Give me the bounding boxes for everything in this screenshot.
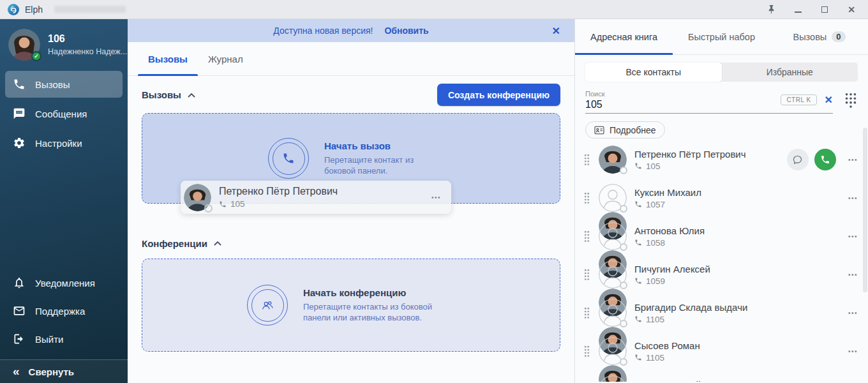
sidebar-item-support[interactable]: Поддержка (5, 298, 123, 324)
banner-close-icon[interactable]: ✕ (552, 19, 560, 42)
sidebar-item-settings[interactable]: Настройки (5, 130, 123, 156)
phone-icon (634, 239, 642, 246)
update-button[interactable]: Обновить (384, 26, 428, 36)
panel-tab[interactable]: Вызовы 0 (770, 19, 868, 54)
contact-row[interactable]: Петренко Пётр Петрович 105 (575, 140, 868, 179)
titlebar: Elph ✕ (0, 0, 868, 19)
avatar: ✓ (8, 29, 40, 61)
call-button[interactable] (814, 149, 836, 170)
main-tab[interactable]: Журнал (198, 42, 253, 75)
contact-number: 1058 (646, 238, 665, 248)
call-circle-icon (268, 138, 309, 179)
filter-segment[interactable]: Все контакты (585, 63, 722, 82)
gear-icon (13, 137, 26, 149)
avatar (599, 222, 627, 250)
avatar (599, 375, 627, 382)
contact-row[interactable]: Пичугин Алексей 1059 (575, 255, 868, 294)
contact-number: 105 (230, 199, 245, 209)
create-conference-button[interactable]: Создать конференцию (437, 84, 560, 106)
more-icon[interactable]: ••• (431, 194, 441, 201)
dropzone-title: Начать вызов (324, 140, 434, 151)
contact-name: Петренко Пётр Петрович (634, 149, 746, 160)
dropzone-title: Начать конференцию (303, 287, 455, 298)
dropzone-hint: Перетащите контакты из боковой панели ил… (303, 301, 455, 323)
panel-tab[interactable]: Быстрый набор (673, 19, 770, 54)
more-icon[interactable]: ••• (848, 271, 858, 278)
bell-icon (13, 276, 26, 289)
status-ring-icon (620, 167, 627, 174)
search-value: 105 (585, 99, 781, 110)
more-icon[interactable]: ••• (848, 233, 858, 240)
maximize-icon[interactable] (819, 4, 830, 15)
panel-tab-label: Вызовы (793, 32, 827, 42)
more-icon[interactable]: ••• (848, 195, 858, 202)
sidebar: ✓ 106 Надежненко Надеж... Вызовы Сообщен… (0, 19, 128, 383)
dialpad-icon[interactable] (844, 92, 858, 109)
phone-icon (634, 354, 642, 361)
contacts-filter: Все контакты Избранные (585, 63, 858, 82)
avatar (599, 184, 627, 212)
avatar (599, 337, 627, 365)
avatar (599, 146, 627, 174)
more-icon[interactable]: ••• (848, 310, 858, 317)
dragged-contact-card[interactable]: Петренко Пётр Петрович 105 ••• (181, 181, 451, 214)
phone-icon (634, 162, 642, 170)
scrollbar-thumb[interactable] (863, 128, 867, 292)
details-button[interactable]: Подробнее (585, 121, 665, 139)
contact-name: Бригадир Склада выдачи (634, 302, 747, 313)
sidebar-item-calls[interactable]: Вызовы (5, 71, 123, 98)
drag-handle-icon[interactable] (584, 192, 590, 204)
mail-icon (13, 304, 26, 317)
clear-search-icon[interactable]: ✕ (825, 94, 833, 106)
contact-name: Антонова Юлия (634, 225, 705, 236)
filter-segment[interactable]: Избранные (722, 63, 858, 82)
contact-row[interactable]: Куксин Михаил 1057 (575, 179, 868, 217)
status-ring-icon (620, 205, 627, 213)
contact-row[interactable]: Антонова Юлия 1058 (575, 217, 868, 255)
start-conference-dropzone[interactable]: Начать конференцию Перетащите контакты и… (142, 259, 560, 352)
minimize-icon[interactable] (793, 4, 803, 15)
more-icon[interactable]: ••• (848, 348, 858, 355)
drag-handle-icon[interactable] (584, 269, 590, 281)
drag-handle-icon[interactable] (584, 230, 590, 243)
sidebar-item-label: Вызовы (35, 79, 70, 90)
panel-tab[interactable]: Адресная книга (575, 19, 673, 54)
calls-section-header[interactable]: Вызовы (142, 89, 195, 100)
contacts-panel: Адресная книга Быстрый набор Вызовы 0 (574, 19, 868, 383)
chevron-up-icon (214, 241, 221, 246)
contact-name: Петренко Пётр Петрович (219, 186, 338, 197)
contact-row[interactable]: Бригадир Склада выдачи 1105 (575, 294, 868, 332)
user-profile[interactable]: ✓ 106 Надежненко Надеж... (0, 19, 128, 70)
contact-row[interactable]: Сысоев Роман 1105 (575, 332, 868, 370)
status-ring-icon (620, 243, 627, 251)
drag-handle-icon[interactable] (584, 345, 590, 357)
sidebar-item-logout[interactable]: Выйти (5, 326, 123, 352)
tab-count-badge: 0 (832, 31, 845, 42)
more-icon[interactable]: ••• (848, 156, 858, 163)
logout-icon (13, 333, 26, 345)
search-row: Поиск 105 CTRL K ✕ (585, 87, 858, 114)
avatar (599, 260, 627, 289)
phone-icon (13, 78, 26, 91)
phone-icon (219, 200, 227, 208)
banner-text: Доступна новая версия! (273, 26, 373, 36)
contact-number: 1105 (646, 315, 664, 324)
main-tab[interactable]: Вызовы (138, 42, 198, 75)
conference-section-header[interactable]: Конференции (142, 238, 221, 249)
pin-icon[interactable] (766, 4, 776, 15)
drag-handle-icon[interactable] (584, 307, 590, 319)
chat-button[interactable] (787, 149, 809, 170)
sidebar-item-messages[interactable]: Сообщения (5, 100, 123, 127)
contact-name: Пичугин Алексей (634, 264, 710, 274)
sidebar-item-notifications[interactable]: Уведомления (5, 270, 123, 296)
sidebar-item-label: Выйти (35, 334, 63, 345)
close-icon[interactable]: ✕ (846, 4, 857, 15)
drag-handle-icon[interactable] (584, 154, 590, 166)
search-input[interactable]: Поиск 105 CTRL K ✕ (585, 87, 833, 114)
sidebar-bottom-menu: Уведомления Поддержка Выйти (0, 269, 128, 353)
app-window: Elph ✕ (0, 0, 868, 383)
tab-label: Вызовы (148, 54, 188, 64)
collapse-sidebar-button[interactable]: « Свернуть (0, 359, 128, 383)
update-banner: Доступна новая версия! Обновить ✕ (128, 19, 574, 42)
status-ring-icon (620, 282, 627, 289)
